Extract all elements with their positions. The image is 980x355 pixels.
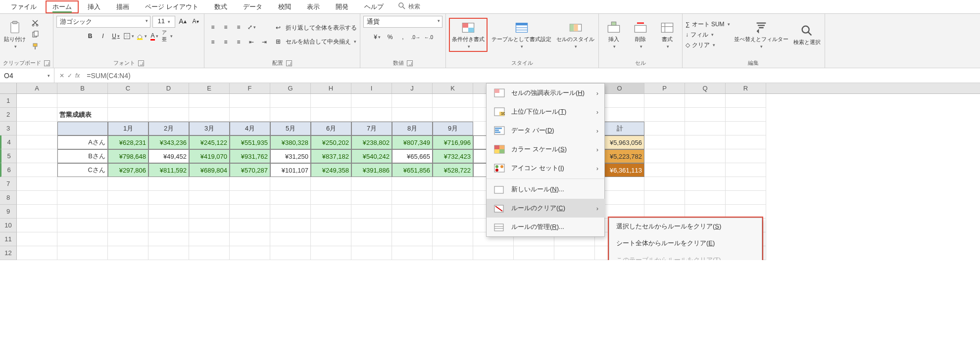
cell[interactable]	[57, 246, 108, 260]
row-header-10[interactable]: 10	[0, 219, 17, 232]
col-header-C[interactable]: C	[108, 83, 148, 93]
tab-review[interactable]: 校閲	[271, 0, 298, 13]
cell[interactable]	[189, 191, 230, 205]
cell[interactable]	[433, 108, 473, 122]
cell[interactable]	[17, 177, 57, 191]
tab-help[interactable]: ヘルプ	[357, 0, 391, 13]
decrease-decimal[interactable]: ←.0	[423, 32, 434, 43]
cell[interactable]	[148, 177, 189, 191]
cell[interactable]: 6月	[311, 122, 351, 135]
cell[interactable]	[17, 219, 57, 232]
cell[interactable]	[554, 246, 595, 260]
format-as-table-button[interactable]: テーブルとして書式設定▾	[490, 20, 552, 50]
cell[interactable]	[392, 232, 433, 246]
cell[interactable]: Aさん	[57, 135, 108, 149]
cell[interactable]	[57, 177, 108, 191]
cell[interactable]: 8月	[392, 122, 433, 135]
cell[interactable]: ¥380,328	[270, 135, 311, 149]
cell[interactable]	[392, 219, 433, 232]
cell[interactable]	[433, 246, 473, 260]
cell[interactable]	[726, 191, 766, 205]
cell[interactable]	[17, 191, 57, 205]
fx-button[interactable]: fx	[75, 72, 80, 79]
cell[interactable]	[270, 246, 311, 260]
cell[interactable]	[311, 177, 351, 191]
row-header-4[interactable]: 4	[0, 135, 17, 149]
cell[interactable]: ¥250,202	[311, 135, 351, 149]
number-launcher[interactable]	[407, 60, 413, 66]
cell[interactable]	[351, 191, 392, 205]
cell[interactable]	[189, 205, 230, 219]
cell[interactable]	[270, 219, 311, 232]
tab-file[interactable]: ファイル	[4, 0, 44, 13]
cell[interactable]	[726, 177, 766, 191]
cell[interactable]	[148, 108, 189, 122]
cell[interactable]	[189, 246, 230, 260]
tab-draw[interactable]: 描画	[109, 0, 136, 13]
cell[interactable]	[685, 149, 726, 163]
cell[interactable]	[57, 191, 108, 205]
font-color[interactable]: A▾	[149, 31, 160, 42]
cell[interactable]	[230, 177, 270, 191]
cell[interactable]	[392, 246, 433, 260]
col-header-P[interactable]: P	[644, 83, 685, 93]
col-header-J[interactable]: J	[392, 83, 433, 93]
italic-button[interactable]: I	[98, 31, 108, 42]
cell[interactable]: Cさん	[57, 163, 108, 177]
tab-pagelayout[interactable]: ページ レイアウト	[138, 0, 205, 13]
cell[interactable]	[351, 94, 392, 108]
cell[interactable]: ¥101,107	[270, 163, 311, 177]
cell[interactable]	[311, 219, 351, 232]
cell[interactable]	[685, 177, 726, 191]
row-header-9[interactable]: 9	[0, 205, 17, 219]
cell[interactable]	[351, 177, 392, 191]
format-cells-button[interactable]: 書式▾	[655, 20, 679, 50]
menu-item-highlight[interactable]: セルの強調表示ルール(H)›	[487, 84, 605, 102]
cancel-formula[interactable]: ✕	[59, 72, 64, 79]
cell[interactable]	[351, 108, 392, 122]
cell[interactable]: ¥391,886	[351, 163, 392, 177]
cell[interactable]	[644, 191, 685, 205]
cell[interactable]	[433, 191, 473, 205]
find-select-button[interactable]: 検索と選択	[792, 23, 822, 47]
cell[interactable]	[351, 232, 392, 246]
cell[interactable]: ¥528,722	[433, 163, 473, 177]
cell[interactable]	[17, 205, 57, 219]
cell[interactable]	[270, 191, 311, 205]
cell[interactable]	[189, 108, 230, 122]
cell[interactable]: ¥245,122	[189, 135, 230, 149]
tab-home[interactable]: ホーム	[52, 3, 72, 13]
cell[interactable]: 5月	[270, 122, 311, 135]
col-header-B[interactable]: B	[57, 83, 108, 93]
sort-filter-button[interactable]: 並べ替えとフィルター▾	[733, 20, 789, 50]
cell[interactable]	[392, 177, 433, 191]
clipboard-launcher[interactable]	[44, 60, 50, 66]
menu-item-iconset[interactable]: アイコン セット(I)›	[487, 159, 605, 178]
cell[interactable]	[685, 122, 726, 135]
font-launcher[interactable]	[138, 60, 144, 66]
wrap-text-button[interactable]: ↩折り返して全体を表示する	[273, 22, 357, 33]
border-button[interactable]: ▾	[123, 31, 134, 42]
row-header-8[interactable]: 8	[0, 191, 17, 205]
cell[interactable]	[270, 205, 311, 219]
cell[interactable]	[311, 108, 351, 122]
cell[interactable]	[108, 219, 148, 232]
cell[interactable]	[311, 191, 351, 205]
cell[interactable]: ¥931,762	[230, 149, 270, 163]
cell[interactable]	[189, 177, 230, 191]
paste-button[interactable]: 貼り付け▾	[3, 20, 27, 50]
cell[interactable]	[230, 205, 270, 219]
cell[interactable]	[685, 94, 726, 108]
cell[interactable]: ¥716,996	[433, 135, 473, 149]
tab-developer[interactable]: 開発	[329, 0, 355, 13]
cell[interactable]	[351, 246, 392, 260]
cell[interactable]: ¥297,806	[108, 163, 148, 177]
cell[interactable]	[351, 219, 392, 232]
menu-item-toprules[interactable]: 10上位/下位ルール(T)›	[487, 102, 605, 121]
copy-button[interactable]	[30, 29, 41, 40]
decrease-indent[interactable]: ⇤	[246, 37, 257, 47]
cell[interactable]: 9月	[433, 122, 473, 135]
cell[interactable]	[189, 232, 230, 246]
cell[interactable]	[108, 191, 148, 205]
cell[interactable]	[644, 135, 685, 149]
